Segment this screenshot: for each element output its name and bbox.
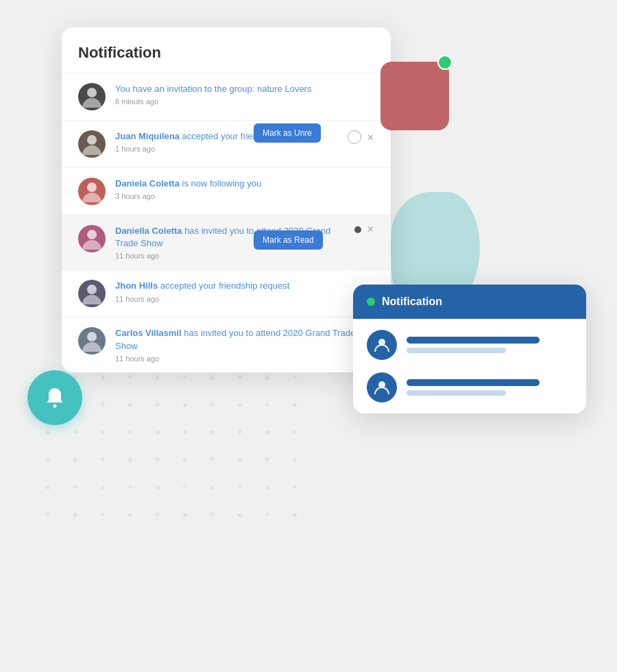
secondary-avatar-1 xyxy=(367,330,397,360)
dot-pattern-item: ● xyxy=(254,418,281,446)
notif-content-1: You have an invitation to the group: nat… xyxy=(115,83,374,106)
dot-pattern-item: ● xyxy=(117,446,144,473)
panel-title: Notification xyxy=(62,27,391,73)
dot-pattern-item: ✦ xyxy=(89,446,117,473)
dot-pattern-item: ● xyxy=(171,446,199,473)
dot-pattern-item: ✦ xyxy=(34,446,62,473)
action-close-4[interactable]: ✕ xyxy=(367,225,374,234)
svg-point-2 xyxy=(87,182,97,192)
dot-pattern-item: ● xyxy=(62,501,89,528)
notif-time-5: 11 hours ago xyxy=(115,295,374,303)
dot-pattern-item: ● xyxy=(199,418,226,446)
notif-text-5: Jhon Hills accepted your friendship requ… xyxy=(115,280,374,292)
dot-pattern-item: ● xyxy=(89,473,117,501)
notification-list: You have an invitation to the group: nat… xyxy=(62,73,391,372)
dot-pattern-item: ✦ xyxy=(89,391,117,418)
dot-pattern-item: ✦ xyxy=(144,391,171,418)
notification-item-2[interactable]: Juan Miquilena accepted your friendship … xyxy=(62,121,391,168)
dot-pattern-item: ✦ xyxy=(144,446,171,473)
svg-point-4 xyxy=(87,285,97,294)
bell-icon xyxy=(42,385,68,411)
dot-pattern-item: ✦ xyxy=(62,473,89,501)
secondary-avatar-2 xyxy=(367,372,397,403)
secondary-notification-item-2 xyxy=(367,372,572,403)
notif-actions-2: ✕ xyxy=(341,130,374,144)
dot-pattern-item: ✦ xyxy=(117,418,144,446)
dot-pattern-item: ✦ xyxy=(171,473,199,501)
notif-content-5: Jhon Hills accepted your friendship requ… xyxy=(115,280,374,302)
dot-pattern-item: ✦ xyxy=(199,501,226,528)
dot-pattern-item: ● xyxy=(144,473,171,501)
dot-pattern-item: ● xyxy=(254,473,281,501)
dot-pattern-item: ✦ xyxy=(34,501,62,528)
avatar-5 xyxy=(78,280,106,307)
dot-pattern-item: ● xyxy=(117,501,144,528)
dot-pattern-item: ● xyxy=(144,418,171,446)
action-dot-4[interactable] xyxy=(354,226,361,233)
dot-pattern-item: ● xyxy=(62,446,89,473)
dot-pattern-item: ● xyxy=(89,418,117,446)
action-circle-2[interactable] xyxy=(348,130,361,144)
dot-pattern-item: ✦ xyxy=(281,473,308,501)
notif-text-3: Daniela Coletta is now following you xyxy=(115,178,374,190)
avatar-1 xyxy=(78,83,106,110)
action-close-2[interactable]: ✕ xyxy=(367,133,374,142)
notif-time-1: 8 minuts ago xyxy=(115,97,374,106)
notification-item-5[interactable]: Jhon Hills accepted your friendship requ… xyxy=(62,270,391,317)
notif-time-2: 1 hours ago xyxy=(115,145,341,153)
notification-item-3[interactable]: Daniela Coletta is now following you3 ho… xyxy=(62,168,391,215)
tooltip-mark-as-unread: Mark as Unre xyxy=(254,123,321,143)
secondary-lines-1 xyxy=(407,337,572,353)
secondary-lines-2 xyxy=(407,379,572,396)
dot-pattern-item: ✦ xyxy=(117,473,144,501)
notif-time-6: 11 hours ago xyxy=(115,355,374,363)
notification-item-4[interactable]: Daniella Coletta has invited you to atte… xyxy=(62,215,391,270)
svg-point-5 xyxy=(87,332,97,341)
secondary-line-primary-1 xyxy=(407,337,540,344)
svg-point-6 xyxy=(53,405,57,408)
secondary-line-primary-2 xyxy=(407,379,540,386)
dot-pattern-item: ● xyxy=(34,473,62,501)
avatar-4 xyxy=(78,225,106,252)
svg-point-0 xyxy=(87,88,97,97)
dot-pattern-item: ● xyxy=(281,446,308,473)
dot-pattern-item: ✦ xyxy=(171,418,199,446)
dot-pattern-item: ✦ xyxy=(89,501,117,528)
notif-time-4: 11 hours ago xyxy=(115,252,348,260)
dot-pattern-item: ● xyxy=(226,391,254,418)
notification-item-6[interactable]: Carlos Villasmil has invited you to atte… xyxy=(62,317,391,372)
dot-pattern-item: ● xyxy=(226,446,254,473)
user-icon-1 xyxy=(372,335,391,355)
secondary-panel-header: Notification xyxy=(353,285,586,319)
secondary-notification-panel: Notification xyxy=(353,285,586,413)
online-dot xyxy=(367,298,375,306)
svg-point-3 xyxy=(87,230,97,239)
main-notification-panel: Notification You have an invitation to t… xyxy=(62,27,391,372)
dot-pattern-item: ● xyxy=(199,473,226,501)
secondary-line-secondary-2 xyxy=(407,390,506,396)
secondary-panel-body xyxy=(353,319,586,413)
tooltip-mark-as-read: Mark as Read xyxy=(254,230,323,250)
dot-pattern-item: ● xyxy=(281,501,308,528)
notif-content-6: Carlos Villasmil has invited you to atte… xyxy=(115,327,374,362)
notif-text-1: You have an invitation to the group: nat… xyxy=(115,83,374,95)
notification-item-1[interactable]: You have an invitation to the group: nat… xyxy=(62,73,391,121)
dot-pattern-item: ● xyxy=(171,501,199,528)
svg-point-1 xyxy=(87,135,97,145)
dot-pattern-item: ✦ xyxy=(199,446,226,473)
user-icon-2 xyxy=(372,378,391,397)
bg-pattern: ●✦●✦●✦●✦●✦✦●✦●✦●✦●✦●●✦●✦●✦●✦●✦✦●✦●✦●✦●✦●… xyxy=(34,363,363,569)
dot-pattern-item: ✦ xyxy=(254,391,281,418)
green-dot-badge xyxy=(437,55,452,70)
dot-pattern-item: ● xyxy=(171,391,199,418)
dot-pattern-item: ✦ xyxy=(281,418,308,446)
secondary-panel-title: Notification xyxy=(382,296,442,308)
dot-pattern-item: ✦ xyxy=(226,473,254,501)
dot-pattern-item: ✦ xyxy=(226,418,254,446)
avatar-3 xyxy=(78,178,106,205)
dot-pattern-item: ✦ xyxy=(199,391,226,418)
dot-pattern-item: ✦ xyxy=(144,501,171,528)
bell-button[interactable] xyxy=(27,370,82,425)
dot-pattern-item: ✦ xyxy=(254,446,281,473)
notif-time-3: 3 hours ago xyxy=(115,192,374,200)
